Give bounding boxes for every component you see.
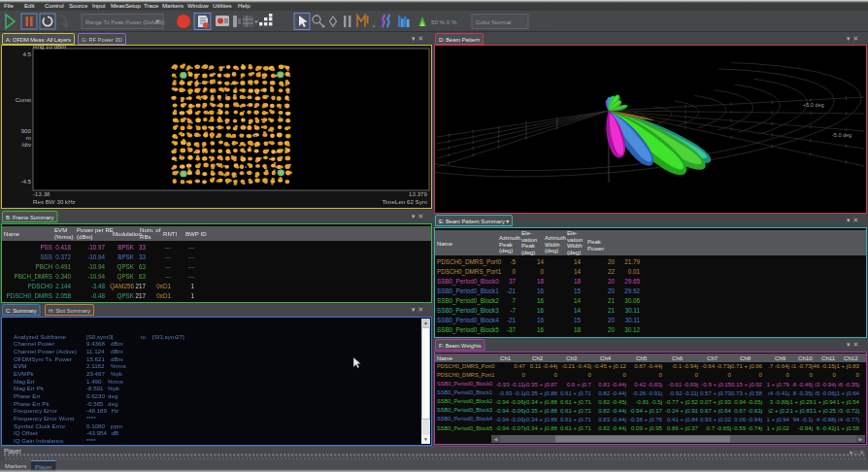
svg-text:. : .: . : . [540,20,549,27]
svg-text:Range To Peak Power (Default): Range To Peak Power (Default) [85,19,164,25]
svg-text:-5.0 deg: -5.0 deg [832,132,851,138]
svg-text:+5.0 deg: +5.0 deg [803,102,824,108]
svg-text:Color Normal: Color Normal [476,18,511,25]
svg-text:50 % 0 %: 50 % 0 % [431,18,457,25]
